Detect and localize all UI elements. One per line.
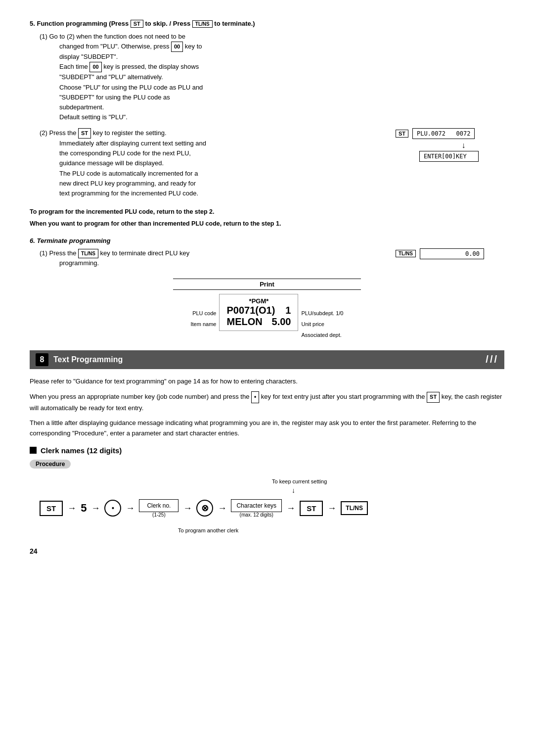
tlns-key-s6: TL/NS [78,249,98,259]
clerk-no-wrapper: Clerk no. (1-25) [139,499,178,518]
step2-line7: text programming for the incremented PLU… [40,189,396,198]
section6-text: (1) Press the TL/NS key to terminate dir… [30,248,396,269]
print-left-labels: PLU code Item name [191,294,220,330]
proc-x-circle: ⊗ [196,500,213,517]
program-another-clerk-label: To program another clerk [178,527,238,533]
clerk-no-box: Clerk no. [139,499,178,512]
char-keys-box: Character keys [231,499,282,512]
display-row1: ST PLU.0072 0072 [396,128,504,139]
price-val: 5.00 [272,316,291,328]
section6-step1: (1) Press the TL/NS key to terminate dir… [30,248,504,269]
step1-line1: (1) Go to (2) when the function does not… [40,32,396,42]
section6-title: 6. Terminate programming [30,237,504,244]
tlns-key-diag: TL/NS [396,250,416,257]
p0071-row: P0071(O1) 1 [226,305,291,316]
step2-line6: new direct PLU key programming, and read… [40,179,396,189]
st-key-inline: ST [131,20,143,28]
step1-line3: display "SUBDEPT". [40,52,396,62]
proc-flow-row: ST → 5 → • → Clerk no. (1-25) → ⊗ → [40,499,504,518]
num1-val: 1 [285,305,291,316]
melon-val: MELON [226,316,262,328]
pgm-star: *PGM* [226,297,291,305]
section8-number: 8 [36,353,48,366]
arrow2: → [91,503,100,514]
melon-row: MELON 5.00 [226,316,291,328]
plu-code-label: PLU code [191,308,217,319]
bold-note1: To program for the incremented PLU code,… [30,208,504,215]
section8-para2: When you press an appropriate number key… [30,391,504,413]
char-keys-wrapper: Character keys (max. 12 digits) [231,499,282,518]
step1-block: (1) Go to (2) when the function does not… [30,32,504,122]
step1-line2: changed from "PLU". Otherwise, press 00 … [40,42,396,52]
display-enter00key: ENTER[00]KEY [419,151,479,162]
step2-line1: (2) Press the ST key to register the set… [40,128,396,139]
black-square-icon [30,447,37,454]
print-row: PLU code Item name *PGM* P0071(O1) 1 MEL… [173,294,361,340]
step1-line7: "SUBDEPT" for using the PLU code as [40,93,396,102]
print-section: Print PLU code Item name *PGM* P0071(O1)… [30,279,504,340]
section6-diagram: TL/NS 0.00 [396,248,504,261]
proc-tlns-box: TL/NS [341,501,368,515]
section6-p2: programming. [40,258,396,268]
page-number: 24 [30,547,504,555]
section8-para1: Please refer to "Guidance for text progr… [30,377,504,387]
print-receipt-box: *PGM* P0071(O1) 1 MELON 5.00 [219,294,298,331]
bold-notes: To program for the incremented PLU code,… [30,208,504,227]
p0071-val: P0071(O1) [226,305,275,316]
keep-current-label: To keep current setting [272,478,327,484]
arrow4: → [183,503,192,514]
section6: 6. Terminate programming (1) Press the T… [30,237,504,269]
key-00b: 00 [89,62,101,72]
procedure-diagram: To keep current setting ↓ ST → 5 → • → C… [30,474,504,537]
section8: 8 Text Programming /// Please refer to "… [30,350,504,537]
display-plu0072: PLU.0072 0072 [412,128,475,139]
step2-line3: the corresponding PLU code for the next … [40,148,396,158]
item-name-label: Item name [191,319,217,330]
print-right-labels: PLU/subdept. 1/0 Unit price Associated d… [298,294,343,340]
print-title: Print [173,279,361,290]
clerk-no-range: (1-25) [152,512,166,518]
proc-st-box2: ST [300,501,323,516]
step1-line9: Default setting is "PLU". [40,112,396,122]
proc-st-box: ST [40,501,63,516]
display-row2: ENTER[00]KEY [396,151,504,162]
section6-p1: (1) Press the TL/NS key to terminate dir… [40,248,396,259]
step1-line5: "SUBDEPT" and "PLU" alternatively. [40,72,396,82]
arrow3: → [126,503,134,514]
step2-text: (2) Press the ST key to register the set… [30,128,396,198]
keep-current-arrow: ↓ [292,486,295,494]
clerk-no-text: Clerk no. [144,502,173,509]
st-key-step2: ST [78,128,91,139]
key-00: 00 [171,42,183,52]
arrow7: → [327,503,336,514]
st-key-diag: ST [396,130,408,138]
arrow5: → [218,503,226,514]
display-000: 0.00 [420,248,484,259]
proc-dot-circle: • [104,500,121,517]
clerk-names-section: Clerk names (12 digits) Procedure To kee… [30,446,504,537]
proc-num5: 5 [81,502,87,515]
step1-line8: subdepartment. [40,102,396,112]
step1-text: (1) Go to (2) when the function does not… [30,32,396,122]
section8-para3: Then a little after displaying guidance … [30,418,504,439]
step2-block: (2) Press the ST key to register the set… [30,128,504,198]
assoc-dept-label: Associated dept. [301,330,343,340]
st-key-s8: ST [427,392,440,403]
arrow-down: ↓ [396,141,504,150]
tlns-key-inline: TL/NS [192,20,213,28]
section5: 5. Function programming (Press ST to ski… [30,20,504,198]
section8-header: 8 Text Programming /// [30,350,504,369]
clerk-names-label: Clerk names (12 digits) [41,446,122,455]
step1-line6: Choose "PLU" for using the PLU code as P… [40,83,396,93]
section5-title: 5. Function programming (Press ST to ski… [30,20,504,28]
arrow6: → [286,503,295,514]
print-inner: Print PLU code Item name *PGM* P0071(O1)… [173,279,361,340]
bold-note2: When you want to program for other than … [30,220,504,227]
step2-line5: The PLU code is automatically incremente… [40,169,396,179]
step5-instructions: (Press ST to skip. / Press TL/NS to term… [109,20,255,27]
step2-diagram: ST PLU.0072 0072 ↓ ENTER[00]KEY [396,128,504,164]
step2-line4: guidance message will be displayed. [40,158,396,168]
section8-decoration: /// [486,354,498,365]
section8-title: Text Programming [53,355,123,364]
step2-line2: Immediately after displaying current tex… [40,139,396,148]
